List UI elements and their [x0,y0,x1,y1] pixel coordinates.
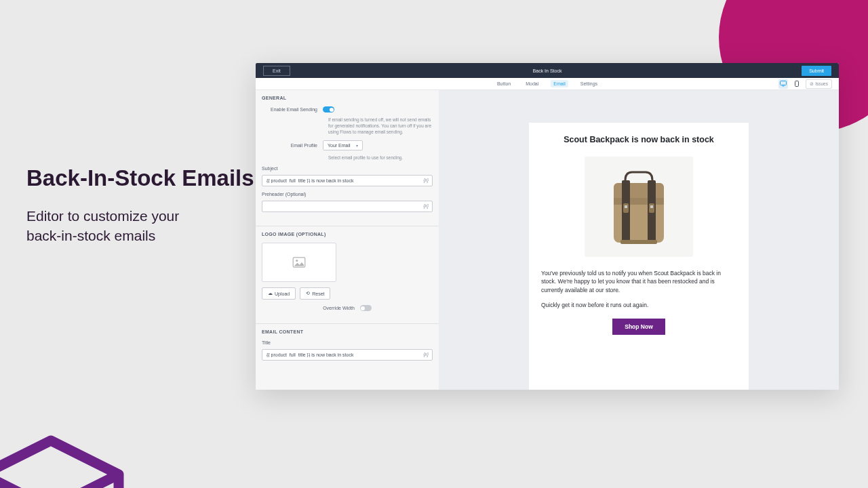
section-general-header: GENERAL [256,90,439,104]
preheader-label: Preheader (Optional) [262,192,433,197]
override-width-toggle[interactable] [360,305,372,311]
reset-icon: ⟲ [306,291,310,296]
svg-rect-13 [650,205,653,208]
title-label: Title [262,340,433,345]
svg-rect-0 [781,81,787,85]
svg-point-4 [296,260,298,262]
tab-settings[interactable]: Settings [578,80,600,87]
enable-email-help: If email sending is turned off, we will … [328,117,433,135]
sidebar[interactable]: GENERAL Enable Email Sending If email se… [256,90,439,390]
logo-upload-dropzone[interactable] [262,243,336,282]
enable-email-label: Enable Email Sending [262,107,323,112]
submit-button[interactable]: Submit [802,66,831,76]
desktop-view-button[interactable] [778,79,788,89]
hero-text: Back-In-Stock Emails Editor to customize… [26,165,254,246]
email-profile-help: Select email profile to use for sending. [328,155,433,161]
svg-rect-14 [620,240,657,244]
tab-modal[interactable]: Modal [523,80,541,87]
tab-button[interactable]: Button [494,80,513,87]
svg-rect-1 [783,86,785,87]
variable-icon[interactable]: {x} [423,203,429,208]
warning-icon: ⊘ [810,81,814,87]
svg-rect-7 [614,198,664,205]
mobile-icon [795,81,799,87]
svg-rect-2 [795,81,799,87]
section-logo-header: LOGO IMAGE (OPTIONAL) [256,226,439,240]
email-profile-label: Email Profile [262,143,323,148]
desktop-icon [780,81,787,87]
preheader-input[interactable] [262,201,433,212]
app-body: GENERAL Enable Email Sending If email se… [256,90,839,390]
hero-title: Back-In-Stock Emails [26,165,254,191]
product-image [585,157,693,257]
section-content-header: EMAIL CONTENT [256,323,439,338]
subject-input[interactable] [262,175,433,186]
subject-label: Subject [262,166,433,171]
variable-icon[interactable]: {x} [423,352,429,357]
app-header: Exit Back In Stock Submit [256,63,839,78]
title-input[interactable] [262,349,433,361]
decorative-cube [0,427,136,488]
email-profile-select[interactable]: Your Email ▾ [323,140,363,150]
override-width-label: Override Width [323,306,360,310]
email-body-paragraph-1: You've previously told us to notify you … [541,269,736,294]
tab-email[interactable]: Email [551,80,568,87]
reset-button[interactable]: ⟲ Reset [300,287,330,300]
preview-pane: Scout Backpack is now back in stock [439,90,839,390]
shop-now-button[interactable]: Shop Now [612,319,665,335]
variable-icon[interactable]: {x} [423,178,429,182]
exit-button[interactable]: Exit [263,66,290,76]
image-placeholder-icon [292,257,306,268]
chevron-down-icon: ▾ [356,143,358,148]
hero-subtitle: Editor to customize your back-in-stock e… [26,206,254,246]
header-title: Back In Stock [533,68,562,73]
email-body-paragraph-2: Quickly get it now before it runs out ag… [541,301,736,309]
upload-button[interactable]: ☁ Upload [262,287,296,300]
tab-bar: Button Modal Email Settings ⊘ Issues [256,78,839,90]
issues-button[interactable]: ⊘ Issues [806,79,832,89]
upload-icon: ☁ [268,291,273,296]
svg-rect-12 [625,205,627,208]
enable-email-toggle[interactable] [323,106,334,113]
email-preview-card: Scout Backpack is now back in stock [529,123,749,390]
backpack-icon [595,163,683,251]
app-window: Exit Back In Stock Submit Button Modal E… [256,63,839,390]
email-title: Scout Backpack is now back in stock [541,135,736,144]
mobile-view-button[interactable] [792,79,802,89]
